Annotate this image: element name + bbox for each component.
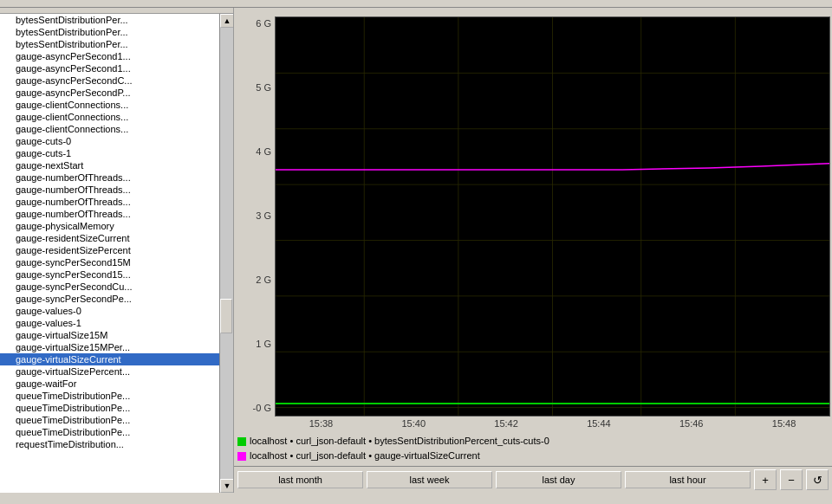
sidebar-header xyxy=(0,8,233,14)
sidebar-item[interactable]: gauge-asyncPerSecond1... xyxy=(0,62,219,74)
x-axis-label: 15:48 xyxy=(772,418,796,429)
sidebar-item[interactable]: bytesSentDistributionPer... xyxy=(0,26,219,38)
legend-color xyxy=(237,452,246,461)
sidebar-item[interactable]: gauge-virtualSizeCurrent xyxy=(0,353,219,365)
chart-container: 6 G5 G4 G3 G2 G1 G-0 G xyxy=(234,15,832,432)
sidebar-item[interactable]: gauge-numberOfThreads... xyxy=(0,171,219,184)
x-axis-label: 15:46 xyxy=(679,418,704,429)
sidebar-item[interactable]: queueTimeDistributionPe... xyxy=(0,426,219,438)
menu-help[interactable] xyxy=(55,2,62,5)
sidebar-inner: bytesSentDistributionPer...bytesSentDist… xyxy=(0,14,233,493)
sidebar-item[interactable]: gauge-syncPerSecond15... xyxy=(0,268,219,281)
sidebar-item[interactable]: gauge-clientConnections... xyxy=(0,99,219,111)
y-axis-label: 3 G xyxy=(256,210,271,221)
menubar xyxy=(0,0,832,8)
sidebar-item[interactable]: gauge-virtualSize15MPer... xyxy=(0,341,219,353)
sidebar-item[interactable]: queueTimeDistributionPe... xyxy=(0,414,219,426)
sidebar-item[interactable]: requestTimeDistribution... xyxy=(0,438,219,450)
x-axis-label: 15:38 xyxy=(309,418,334,429)
zoom-out-btn[interactable]: − xyxy=(780,469,803,490)
sidebar-item[interactable]: gauge-cuts-1 xyxy=(0,147,219,159)
refresh-btn[interactable]: ↺ xyxy=(806,469,829,490)
zoom-in-btn[interactable]: + xyxy=(754,469,777,490)
sidebar-item[interactable]: gauge-clientConnections... xyxy=(0,123,219,135)
menu-edit[interactable] xyxy=(21,2,28,5)
sidebar-item[interactable]: gauge-physicalMemory xyxy=(0,220,219,232)
y-axis-label: 2 G xyxy=(256,275,271,285)
sidebar-item[interactable]: gauge-virtualSize15M xyxy=(0,329,219,341)
sidebar-list[interactable]: bytesSentDistributionPer...bytesSentDist… xyxy=(0,14,219,493)
legend-color xyxy=(237,437,246,446)
scroll-track[interactable] xyxy=(220,28,233,479)
x-axis-label: 15:42 xyxy=(494,418,518,429)
chart-svg xyxy=(276,17,829,416)
y-axis-label: 5 G xyxy=(256,82,271,93)
sidebar-item[interactable]: gauge-syncPerSecond15M xyxy=(0,256,219,268)
sidebar-item[interactable]: bytesSentDistributionPer... xyxy=(0,38,219,50)
scroll-down-btn[interactable]: ▼ xyxy=(220,479,233,493)
sidebar-item[interactable]: gauge-numberOfThreads... xyxy=(0,208,219,220)
time-btn-last-week[interactable]: last week xyxy=(367,471,492,488)
y-axis-label: 4 G xyxy=(256,146,271,157)
legend: localhost • curl_json-default • bytesSen… xyxy=(234,432,832,466)
y-axis: 6 G5 G4 G3 G2 G1 G-0 G xyxy=(236,16,275,430)
sidebar-item[interactable]: gauge-asyncPerSecondP... xyxy=(0,87,219,99)
sidebar-item[interactable]: gauge-residentSizeCurrent xyxy=(0,232,219,244)
sidebar-item[interactable]: gauge-residentSizePercent xyxy=(0,244,219,256)
sidebar-item[interactable]: queueTimeDistributionPe... xyxy=(0,390,219,402)
chart-title xyxy=(234,8,832,15)
sidebar-item[interactable]: bytesSentDistributionPer... xyxy=(0,14,219,26)
sidebar-item[interactable]: gauge-asyncPerSecond1... xyxy=(0,50,219,62)
scroll-thumb[interactable] xyxy=(220,299,232,333)
menu-file[interactable] xyxy=(3,2,10,5)
legend-text: localhost • curl_json-default • bytesSen… xyxy=(250,434,549,449)
sidebar-item[interactable]: queueTimeDistributionPe... xyxy=(0,402,219,414)
legend-item: localhost • curl_json-default • gauge-vi… xyxy=(237,449,829,464)
chart-canvas-wrap: 15:3815:4015:4215:4415:4615:48 xyxy=(275,16,830,430)
sidebar-item[interactable]: gauge-values-1 xyxy=(0,317,219,329)
sidebar-item[interactable]: gauge-cuts-0 xyxy=(0,135,219,147)
time-btn-last-month[interactable]: last month xyxy=(237,471,363,488)
main-layout: bytesSentDistributionPer...bytesSentDist… xyxy=(0,8,832,493)
x-axis-label: 15:40 xyxy=(401,418,426,429)
y-axis-label: 6 G xyxy=(256,18,271,29)
time-btn-last-hour[interactable]: last hour xyxy=(625,471,751,488)
sidebar-item[interactable]: gauge-numberOfThreads... xyxy=(0,196,219,208)
bottom-toolbar: last monthlast weeklast daylast hour+−↺ xyxy=(234,466,832,493)
sidebar-scrollbar: ▲ ▼ xyxy=(219,14,233,493)
menu-view[interactable] xyxy=(38,2,45,5)
legend-text: localhost • curl_json-default • gauge-vi… xyxy=(250,449,480,464)
sidebar: bytesSentDistributionPer...bytesSentDist… xyxy=(0,8,234,493)
sidebar-item[interactable]: gauge-syncPerSecondCu... xyxy=(0,281,219,293)
chart-canvas xyxy=(275,16,830,417)
sidebar-item[interactable]: gauge-values-0 xyxy=(0,305,219,317)
time-btn-last-day[interactable]: last day xyxy=(496,471,621,488)
y-axis-label: 1 G xyxy=(256,339,271,349)
x-axis-label: 15:44 xyxy=(587,418,611,429)
sidebar-item[interactable]: gauge-virtualSizePercent... xyxy=(0,365,219,378)
sidebar-item[interactable]: gauge-clientConnections... xyxy=(0,111,219,123)
sidebar-item[interactable]: gauge-syncPerSecondPe... xyxy=(0,293,219,305)
sidebar-item[interactable]: gauge-waitFor xyxy=(0,378,219,390)
sidebar-item[interactable]: gauge-numberOfThreads... xyxy=(0,184,219,196)
scroll-up-btn[interactable]: ▲ xyxy=(220,14,233,28)
chart-area: 6 G5 G4 G3 G2 G1 G-0 G xyxy=(234,8,832,493)
y-axis-label: -0 G xyxy=(253,403,271,413)
legend-item: localhost • curl_json-default • bytesSen… xyxy=(237,434,829,449)
x-axis: 15:3815:4015:4215:4415:4615:48 xyxy=(275,417,830,430)
sidebar-item[interactable]: gauge-asyncPerSecondC... xyxy=(0,74,219,87)
sidebar-item[interactable]: gauge-nextStart xyxy=(0,159,219,171)
